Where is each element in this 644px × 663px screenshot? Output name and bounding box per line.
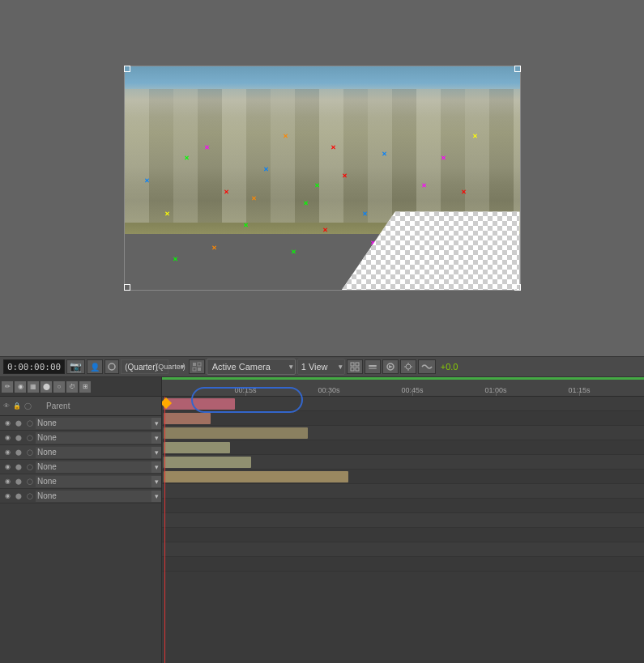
layer-4-lock[interactable]: ⬤ xyxy=(14,462,23,472)
track-marker: ✕ xyxy=(224,189,230,196)
view-dropdown[interactable]: 1 View 2 Views 4 Views xyxy=(297,359,345,375)
layer-row-4: ◉ ⬤ ◯ None ▾ xyxy=(0,460,161,474)
layer-2-parent-btn[interactable]: ▾ xyxy=(151,432,161,444)
layer-6-parent-dropdown[interactable]: None xyxy=(36,491,151,502)
timeline-area: ✏ ◉ ▦ ⬤ ○ ⏱ ⊞ 👁 🔒 ◯ Parent xyxy=(0,377,644,663)
timeline-content: ✏ ◉ ▦ ⬤ ○ ⏱ ⊞ 👁 🔒 ◯ Parent xyxy=(0,377,644,663)
layer-tools-row: ✏ ◉ ▦ ⬤ ○ ⏱ ⊞ xyxy=(0,377,161,397)
view-dropdown-wrapper[interactable]: 1 View 2 Views 4 Views ▾ xyxy=(297,359,345,375)
layer-5-parent-btn[interactable]: ▾ xyxy=(151,476,161,487)
layer-4-shy[interactable]: ◯ xyxy=(25,462,35,472)
layer-5-shy[interactable]: ◯ xyxy=(25,477,35,487)
motion-button[interactable] xyxy=(418,359,436,374)
tick-15s xyxy=(245,391,246,396)
track-marker: ✕ xyxy=(164,211,170,218)
playhead[interactable] xyxy=(164,397,165,663)
track-marker: ✕ xyxy=(172,257,178,263)
timecode-display[interactable]: 0:00:00:00 xyxy=(3,359,65,374)
track-row-3 xyxy=(162,426,644,440)
layer-3-parent-dropdown[interactable]: None xyxy=(36,447,151,458)
channel-button[interactable] xyxy=(365,359,381,374)
tick-75s xyxy=(579,391,580,396)
ball-tool-icon[interactable]: ⬤ xyxy=(41,381,52,393)
layer-4-parent-dropdown[interactable]: None xyxy=(36,461,151,473)
layer-6-parent-btn[interactable]: ▾ xyxy=(151,491,161,502)
puppet-tool-icon[interactable]: ⊞ xyxy=(79,381,91,393)
settings-button[interactable] xyxy=(400,359,416,374)
svg-rect-9 xyxy=(369,365,377,367)
layers-header: 👁 🔒 ◯ Parent xyxy=(0,397,161,416)
svg-rect-6 xyxy=(356,363,359,366)
layer-2-eye[interactable]: ◉ xyxy=(2,433,12,443)
track-marker: ✕ xyxy=(262,167,269,173)
render-button[interactable] xyxy=(382,359,399,374)
track-marker: ✕ xyxy=(243,223,249,229)
track-bar-1[interactable] xyxy=(164,398,235,410)
corner-handle-br[interactable] xyxy=(514,284,521,291)
layer-6-lock[interactable]: ⬤ xyxy=(14,491,23,501)
track-marker: ✕ xyxy=(290,249,296,256)
layer-3-parent-btn[interactable]: ▾ xyxy=(151,447,161,458)
track-bar-3[interactable] xyxy=(164,427,308,439)
layer-5-eye[interactable]: ◉ xyxy=(2,477,12,487)
layer-2-lock[interactable]: ⬤ xyxy=(14,433,23,443)
lock-col-icon: 🔒 xyxy=(12,402,22,411)
camera-dropdown-wrapper[interactable]: Active Camera Camera 1 Camera 2 ▾ xyxy=(207,359,296,375)
eye-col-icon: 👁 xyxy=(2,402,11,411)
toggle-alpha-button[interactable] xyxy=(189,359,205,374)
track-marker: ✕ xyxy=(441,155,447,162)
corner-handle-bl[interactable] xyxy=(124,284,130,291)
track-bar-2[interactable] xyxy=(164,413,211,424)
corner-handle-tr[interactable] xyxy=(514,66,521,72)
track-bar-4[interactable] xyxy=(164,442,230,453)
track-marker: ✕ xyxy=(314,183,321,189)
layer-row-3: ◉ ⬤ ◯ None ▾ xyxy=(0,445,161,460)
tick-30s xyxy=(329,391,330,396)
layer-2-parent-dropdown[interactable]: None xyxy=(36,432,151,444)
track-marker: ✕ xyxy=(361,211,368,218)
layer-2-shy[interactable]: ◯ xyxy=(25,433,35,443)
circle-button[interactable] xyxy=(104,359,119,374)
layer-6-eye[interactable]: ◉ xyxy=(2,491,12,501)
layer-4-eye[interactable]: ◉ xyxy=(2,462,12,472)
camera-dropdown[interactable]: Active Camera Camera 1 Camera 2 xyxy=(207,359,296,375)
preview-area: ✕ ✕ ✕ ✕ ✕ ✕ ✕ ✕ ✕ ✕ ✕ ✕ ✕ ✕ ✕ ✕ ✕ ✕ ✕ ✕ … xyxy=(0,0,644,356)
clock-tool-icon[interactable]: ⏱ xyxy=(66,381,78,393)
layer-6-shy[interactable]: ◯ xyxy=(25,491,35,501)
track-marker: ✕ xyxy=(342,173,348,180)
track-row-12 xyxy=(162,557,644,572)
circle-tool-icon[interactable]: ◉ xyxy=(15,381,26,393)
layer-1-lock[interactable]: ⬤ xyxy=(14,419,23,428)
grid-tool-icon[interactable]: ▦ xyxy=(28,381,39,393)
layer-1-parent-dropdown[interactable]: None xyxy=(36,418,151,429)
layer-3-shy[interactable]: ◯ xyxy=(25,448,35,457)
person-button[interactable]: 👤 xyxy=(87,359,103,374)
layer-3-lock[interactable]: ⬤ xyxy=(14,448,23,457)
corner-handle-tl[interactable] xyxy=(124,66,130,72)
svg-rect-5 xyxy=(351,363,354,366)
layers-list: ◉ ⬤ ◯ None ▾ ◉ ⬤ ◯ None ▾ xyxy=(0,416,161,504)
layer-5-parent-dropdown[interactable]: None xyxy=(36,476,151,487)
layers-panel: ✏ ◉ ▦ ⬤ ○ ⏱ ⊞ 👁 🔒 ◯ Parent xyxy=(0,377,162,663)
parent-col-header: Parent xyxy=(45,402,161,410)
layer-3-eye[interactable]: ◉ xyxy=(2,448,12,457)
track-marker: ✕ xyxy=(322,227,329,234)
layer-5-lock[interactable]: ⬤ xyxy=(14,477,23,487)
layer-1-eye[interactable]: ◉ xyxy=(2,419,12,428)
track-row-8 xyxy=(162,499,644,513)
layer-1-parent-btn[interactable]: ▾ xyxy=(151,418,161,429)
resolution-dropdown-wrapper[interactable]: (Quarter) ▾ (Quarter) xyxy=(121,359,187,374)
tracks-panel: 00:15s 00:30s 00:45s 01:00s 01:15s xyxy=(162,377,644,663)
work-area-bar[interactable] xyxy=(162,377,644,380)
layer-4-parent-btn[interactable]: ▾ xyxy=(151,461,161,473)
track-bar-5[interactable] xyxy=(164,457,251,468)
ring-tool-icon[interactable]: ○ xyxy=(53,381,65,393)
layer-1-shy[interactable]: ◯ xyxy=(25,419,35,428)
pen-tool-icon[interactable]: ✏ xyxy=(2,381,13,393)
shy-col-icon: ◯ xyxy=(23,402,32,411)
track-bar-6[interactable] xyxy=(164,471,348,482)
grid-button[interactable] xyxy=(347,359,363,374)
resolution-dropdown[interactable]: (Quarter) xyxy=(121,359,168,374)
camera-button[interactable]: 📷 xyxy=(66,359,85,374)
svg-rect-8 xyxy=(356,368,359,371)
